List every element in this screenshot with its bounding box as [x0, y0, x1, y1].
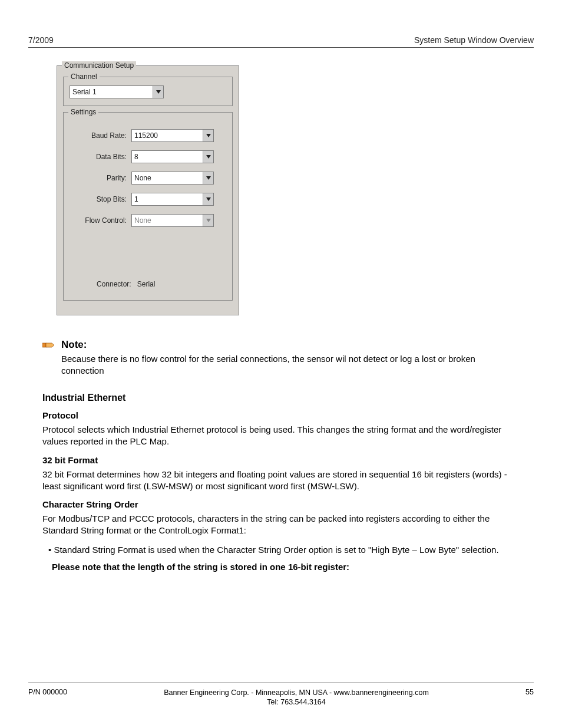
comm-setup-screenshot: Communication Setup Channel Serial 1 Set…: [57, 65, 239, 315]
chevron-down-icon: [203, 151, 213, 163]
page-header: 7/2009 System Setup Window Overview: [28, 35, 534, 48]
svg-rect-6: [42, 343, 46, 347]
chevron-down-icon: [153, 86, 163, 98]
chevron-down-icon: [203, 130, 213, 141]
comm-setup-legend: Communication Setup: [62, 61, 136, 70]
settings-legend: Settings: [68, 108, 98, 116]
channel-group: Channel Serial 1: [63, 77, 233, 106]
svg-marker-4: [206, 197, 211, 201]
channel-select[interactable]: Serial 1: [70, 85, 164, 98]
svg-marker-0: [156, 90, 161, 94]
parity-select[interactable]: None: [131, 172, 214, 185]
industrial-ethernet-heading: Industrial Ethernet: [42, 393, 520, 403]
chevron-down-icon: [203, 215, 213, 226]
charorder-boldnote: Please note that the length of the strin…: [52, 562, 520, 572]
flowcontrol-select: None: [131, 214, 214, 227]
charorder-heading: Character String Order: [42, 499, 520, 509]
footer-pagenum: 55: [525, 688, 534, 707]
protocol-heading: Protocol: [42, 410, 520, 420]
note-block: Note: Because there is no flow control f…: [42, 339, 520, 376]
chevron-down-icon: [203, 193, 213, 205]
databits-label: Data Bits:: [70, 153, 131, 161]
settings-group: Settings Baud Rate: 115200 Data Bits: 8: [63, 112, 233, 301]
charorder-bullet-1: Standard String Format is used when the …: [45, 544, 520, 556]
footer-tel: Tel: 763.544.3164: [67, 697, 525, 707]
flowcontrol-row: Flow Control: None: [70, 214, 226, 227]
note-heading: Note:: [61, 339, 520, 351]
stopbits-label: Stop Bits:: [70, 195, 131, 203]
footer-center: Banner Engineering Corp. - Minneapolis, …: [67, 688, 525, 707]
charorder-body: For Modbus/TCP and PCCC protocols, chara…: [42, 513, 520, 537]
page-footer: P/N 000000 Banner Engineering Corp. - Mi…: [28, 683, 534, 707]
baud-label: Baud Rate:: [70, 131, 131, 140]
footer-company: Banner Engineering Corp. - Minneapolis, …: [67, 688, 525, 697]
format32-body: 32 bit Format determines how 32 bit inte…: [42, 469, 520, 493]
svg-marker-5: [206, 219, 211, 222]
databits-row: Data Bits: 8: [70, 150, 226, 163]
format32-heading: 32 bit Format: [42, 455, 520, 465]
parity-row: Parity: None: [70, 172, 226, 185]
svg-marker-3: [206, 176, 211, 180]
comm-setup-group: Communication Setup Channel Serial 1 Set…: [57, 65, 239, 315]
svg-marker-2: [206, 155, 211, 159]
connector-row: Connector: Serial: [70, 280, 226, 288]
databits-select[interactable]: 8: [131, 150, 214, 163]
connector-value: Serial: [137, 280, 156, 288]
baud-row: Baud Rate: 115200: [70, 129, 226, 142]
note-body: Because there is no flow control for the…: [61, 353, 520, 376]
flowcontrol-label: Flow Control:: [70, 216, 131, 225]
svg-marker-1: [206, 134, 211, 137]
baud-select[interactable]: 115200: [131, 129, 214, 142]
stopbits-select[interactable]: 1: [131, 193, 214, 206]
stopbits-row: Stop Bits: 1: [70, 193, 226, 206]
channel-legend: Channel: [68, 73, 100, 81]
body-content: Note: Because there is no flow control f…: [28, 339, 534, 572]
header-title: System Setup Window Overview: [414, 35, 534, 45]
header-date: 7/2009: [28, 35, 54, 45]
channel-select-value: Serial 1: [70, 86, 153, 98]
protocol-body: Protocol selects which Industrial Ethern…: [42, 424, 520, 448]
pointing-hand-icon: [42, 341, 55, 350]
chevron-down-icon: [203, 172, 213, 184]
parity-label: Parity:: [70, 174, 131, 182]
connector-label: Connector:: [97, 280, 131, 288]
footer-pn: P/N 000000: [28, 688, 67, 707]
charorder-bullets: Standard String Format is used when the …: [42, 544, 520, 556]
